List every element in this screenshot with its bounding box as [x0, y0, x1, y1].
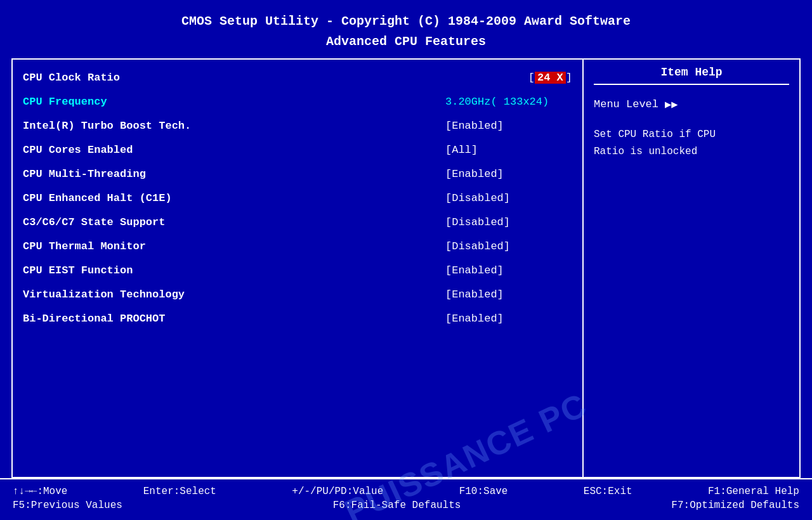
- menu-item-label: Virtualization Technology: [23, 286, 445, 304]
- header-line1: CMOS Setup Utility - Copyright (C) 1984-…: [0, 11, 812, 32]
- footer-row1: ↑↓→←:MoveEnter:Select+/-/PU/PD:ValueF10:…: [13, 486, 799, 497]
- left-panel: CPU Clock Ratio[24 X]CPU Frequency3.20GH…: [13, 60, 584, 477]
- menu-level: Menu Level ▶▶: [594, 98, 789, 111]
- menu-row[interactable]: CPU Clock Ratio[24 X]: [13, 66, 582, 90]
- menu-row[interactable]: CPU Frequency3.20GHz( 133x24): [13, 90, 582, 114]
- help-text-line2: Ratio is unlocked: [594, 143, 789, 160]
- footer-item: F1:General Help: [708, 486, 799, 497]
- footer-item: +/-/PU/PD:Value: [292, 486, 383, 497]
- bios-screen: CMOS Setup Utility - Copyright (C) 1984-…: [0, 0, 812, 520]
- footer-row2: F5:Previous ValuesF6:Fail-Safe DefaultsF…: [13, 500, 799, 511]
- menu-row[interactable]: CPU Enhanced Halt (C1E)[Disabled]: [13, 186, 582, 211]
- footer-item: F6:Fail-Safe Defaults: [333, 500, 461, 511]
- menu-item-value: [Disabled]: [445, 214, 572, 231]
- footer-item: F5:Previous Values: [13, 500, 122, 511]
- menu-item-label: Bi-Directional PROCHOT: [23, 310, 445, 328]
- menu-item-label: CPU EIST Function: [23, 262, 445, 280]
- menu-item-value: [Disabled]: [445, 238, 572, 256]
- menu-row[interactable]: Intel(R) Turbo Boost Tech.[Enabled]: [13, 114, 582, 138]
- menu-level-label: Menu Level: [594, 98, 658, 110]
- footer-item: F7:Optimized Defaults: [671, 500, 799, 511]
- menu-item-value: 3.20GHz( 133x24): [445, 93, 572, 111]
- help-text-line1: Set CPU Ratio if CPU: [594, 126, 789, 143]
- highlighted-value: 24 X: [535, 72, 566, 84]
- header-line2: Advanced CPU Features: [0, 32, 812, 52]
- main-content: CPU Clock Ratio[24 X]CPU Frequency3.20GH…: [11, 58, 801, 478]
- item-help-title: Item Help: [594, 66, 789, 85]
- menu-item-label: CPU Frequency: [23, 93, 445, 111]
- menu-item-label: CPU Cores Enabled: [23, 141, 445, 159]
- header: CMOS Setup Utility - Copyright (C) 1984-…: [0, 0, 812, 58]
- menu-row[interactable]: CPU Multi-Threading[Enabled]: [13, 162, 582, 186]
- menu-item-value: [Enabled]: [445, 166, 572, 183]
- help-text: Set CPU Ratio if CPU Ratio is unlocked: [594, 126, 789, 160]
- menu-row[interactable]: CPU EIST Function[Enabled]: [13, 259, 582, 283]
- menu-row[interactable]: C3/C6/C7 State Support[Disabled]: [13, 211, 582, 235]
- menu-item-value: [Enabled]: [445, 117, 572, 135]
- menu-row[interactable]: CPU Cores Enabled[All]: [13, 138, 582, 162]
- menu-item-value: [Enabled]: [445, 262, 572, 280]
- menu-item-label: CPU Multi-Threading: [23, 166, 445, 183]
- right-panel: Item Help Menu Level ▶▶ Set CPU Ratio if…: [584, 60, 799, 477]
- menu-item-label: Intel(R) Turbo Boost Tech.: [23, 117, 445, 135]
- footer-item: F10:Save: [459, 486, 508, 497]
- footer-item: ESC:Exit: [584, 486, 632, 497]
- menu-item-value: [Enabled]: [445, 286, 572, 304]
- footer: ↑↓→←:MoveEnter:Select+/-/PU/PD:ValueF10:…: [0, 478, 812, 520]
- menu-item-label: CPU Clock Ratio: [23, 69, 528, 87]
- menu-row[interactable]: Bi-Directional PROCHOT[Enabled]: [13, 307, 582, 331]
- menu-item-label: CPU Thermal Monitor: [23, 238, 445, 256]
- menu-row[interactable]: CPU Thermal Monitor[Disabled]: [13, 235, 582, 259]
- menu-item-value: [All]: [445, 141, 572, 159]
- footer-item: Enter:Select: [143, 486, 216, 497]
- menu-item-value: [24 X]: [528, 69, 572, 87]
- menu-item-value: [Disabled]: [445, 190, 572, 207]
- footer-item: ↑↓→←:Move: [13, 486, 67, 497]
- menu-item-label: CPU Enhanced Halt (C1E): [23, 190, 445, 207]
- menu-level-arrows: ▶▶: [665, 98, 678, 111]
- menu-item-label: C3/C6/C7 State Support: [23, 214, 445, 231]
- menu-item-value: [Enabled]: [445, 310, 572, 328]
- menu-row[interactable]: Virtualization Technology[Enabled]: [13, 283, 582, 307]
